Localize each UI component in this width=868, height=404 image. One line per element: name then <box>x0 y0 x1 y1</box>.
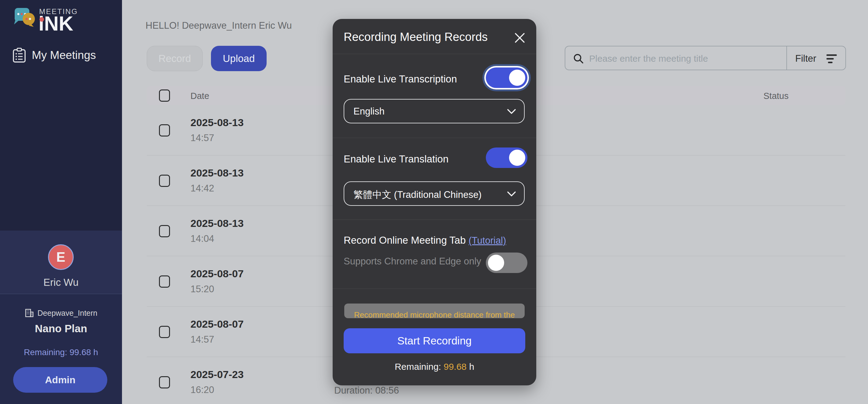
filter-icon[interactable] <box>826 54 839 64</box>
toggle-knob <box>509 70 525 86</box>
start-recording-button[interactable]: Start Recording <box>344 328 525 353</box>
sidebar-remaining-hours: Remaining: 99.68 h <box>0 347 122 357</box>
sidebar-item-my-meetings[interactable]: My Meetings <box>12 47 96 63</box>
chevron-down-icon <box>507 109 516 114</box>
avatar-initial: E <box>56 249 65 265</box>
modal-remaining-hours: Remaining: 99.68 h <box>333 362 536 372</box>
chevron-down-icon <box>507 191 516 197</box>
search-filter-divider <box>786 46 787 70</box>
transcription-language-select[interactable]: English <box>344 99 525 123</box>
column-header-status: Status <box>764 91 788 101</box>
meeting-time: 14:42 <box>190 183 214 194</box>
modal-divider <box>333 220 536 220</box>
recording-modal: Recording Meeting Records Enable Live Tr… <box>333 19 536 385</box>
meeting-time: 14:57 <box>190 334 214 345</box>
modal-divider <box>333 138 536 138</box>
sidebar-item-label: My Meetings <box>32 49 96 62</box>
meeting-date: 2025-08-13 <box>190 116 244 129</box>
record-tab-toggle[interactable] <box>486 252 527 273</box>
meeting-time: 15:20 <box>190 284 214 295</box>
notice-text: Recommended microphone distance from the <box>354 310 515 318</box>
microphone-notice-banner: Recommended microphone distance from the <box>344 304 525 318</box>
record-tab-label: Record Online Meeting Tab (Tutorial) <box>344 235 506 246</box>
selected-language: English <box>353 106 384 117</box>
search-filter-bar: Please enter the meeting title Filter <box>565 46 846 70</box>
meeting-date: 2025-08-07 <box>190 268 244 280</box>
translation-label: Enable Live Translation <box>344 153 448 165</box>
toggle-knob <box>509 149 525 166</box>
brand-ink-red-dot <box>39 17 44 22</box>
column-header-date: Date <box>190 91 209 101</box>
row-checkbox[interactable] <box>159 326 170 338</box>
transcription-label: Enable Live Transcription <box>344 73 457 85</box>
user-name: Eric Wu <box>0 277 122 288</box>
close-icon[interactable] <box>514 32 526 44</box>
meeting-date: 2025-08-13 <box>190 167 244 179</box>
organization-row: Deepwave_Intern <box>0 308 122 317</box>
clipboard-icon <box>12 47 26 63</box>
toggle-knob <box>488 255 504 271</box>
plan-name: Nano Plan <box>0 323 122 335</box>
sidebar: MEETING iNK My Meetings E Eric Wu <box>0 0 122 404</box>
translation-language-select[interactable]: 繁體中文 (Traditional Chinese) <box>344 181 525 206</box>
user-avatar[interactable]: E <box>48 244 74 270</box>
select-all-checkbox[interactable] <box>159 90 170 102</box>
modal-title: Recording Meeting Records <box>344 31 488 44</box>
brand-word-ink: iNK <box>38 13 73 34</box>
meeting-date: 2025-08-07 <box>190 318 244 330</box>
selected-language: 繁體中文 (Traditional Chinese) <box>353 189 482 201</box>
modal-divider <box>333 54 536 54</box>
meeting-date: 2025-08-13 <box>190 217 244 229</box>
remaining-unit: h <box>467 362 474 372</box>
record-button[interactable]: Record <box>147 46 203 71</box>
admin-button[interactable]: Admin <box>13 367 107 393</box>
modal-divider <box>333 289 536 289</box>
meeting-time: 16:20 <box>190 384 214 396</box>
translation-toggle[interactable] <box>486 147 527 168</box>
row-checkbox[interactable] <box>159 225 170 237</box>
row-checkbox[interactable] <box>159 124 170 136</box>
search-input[interactable]: Please enter the meeting title <box>589 54 708 64</box>
meeting-duration: Duration: 08:56 <box>334 385 399 396</box>
row-checkbox[interactable] <box>159 376 170 389</box>
row-checkbox[interactable] <box>159 175 170 187</box>
meeting-date: 2025-07-23 <box>190 369 244 380</box>
browser-support-note: Supports Chrome and Edge only <box>344 256 481 267</box>
building-icon <box>25 308 34 317</box>
upload-button[interactable]: Upload <box>211 46 267 71</box>
remaining-value: 99.68 <box>444 362 467 372</box>
meeting-time: 14:04 <box>190 233 214 244</box>
meeting-time: 14:57 <box>190 133 214 143</box>
remaining-label: Remaining: <box>395 362 444 372</box>
organization-name: Deepwave_Intern <box>38 309 97 317</box>
search-icon <box>572 53 584 64</box>
transcription-toggle[interactable] <box>486 67 527 88</box>
row-checkbox[interactable] <box>159 275 170 288</box>
filter-button-label[interactable]: Filter <box>795 53 816 64</box>
app-root: MEETING iNK My Meetings E Eric Wu <box>0 0 868 404</box>
tutorial-link[interactable]: (Tutorial) <box>468 235 506 246</box>
app-logo-icon <box>11 6 36 27</box>
record-tab-text: Record Online Meeting Tab <box>344 235 466 246</box>
page-greeting: HELLO! Deepwave_Intern Eric Wu <box>146 20 292 31</box>
